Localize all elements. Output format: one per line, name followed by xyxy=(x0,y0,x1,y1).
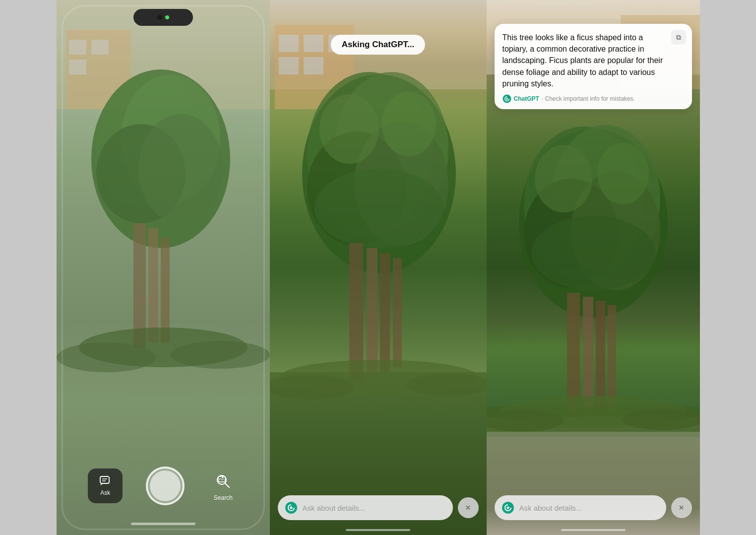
shutter-inner xyxy=(150,470,181,501)
svg-point-47 xyxy=(290,507,292,509)
svg-rect-40 xyxy=(380,253,390,372)
svg-point-14 xyxy=(57,342,156,372)
svg-rect-16 xyxy=(100,476,109,483)
svg-point-9 xyxy=(138,114,223,223)
phone2-home-indicator xyxy=(346,529,410,531)
svg-rect-28 xyxy=(279,57,299,74)
svg-point-36 xyxy=(319,94,379,164)
svg-point-75 xyxy=(506,507,509,509)
svg-point-59 xyxy=(531,216,655,290)
chatgpt-source-label: ChatGPT xyxy=(514,95,539,102)
ask-input[interactable]: Ask about details... xyxy=(278,495,453,520)
ask-placeholder-phone3: Ask about details... xyxy=(519,504,582,512)
search-icon-wrap xyxy=(212,470,234,492)
svg-point-70 xyxy=(622,409,700,430)
search-label: Search xyxy=(214,494,233,501)
phone1: Ask Search xyxy=(57,0,270,535)
phone3-bottom-bar: Ask about details... × xyxy=(487,495,700,520)
phone3-home-indicator xyxy=(561,529,626,531)
svg-rect-39 xyxy=(367,248,378,377)
copy-icon: ⧉ xyxy=(676,33,681,42)
chatgpt-logo-icon-phone3 xyxy=(502,501,514,514)
shutter-button[interactable] xyxy=(146,467,185,505)
chatgpt-logo-icon xyxy=(285,501,298,514)
phone1-controls: Ask Search xyxy=(57,467,270,505)
svg-rect-2 xyxy=(69,40,86,55)
ask-button[interactable]: Ask xyxy=(88,468,123,503)
tree-image-phone2 xyxy=(270,0,487,535)
close-button-phone3[interactable]: × xyxy=(671,497,692,518)
svg-point-45 xyxy=(406,373,487,396)
svg-line-20 xyxy=(225,483,229,487)
response-footer: ChatGPT · Check important info for mista… xyxy=(503,94,684,103)
ask-input-phone3[interactable]: Ask about details... xyxy=(495,495,666,520)
asking-text: Asking ChatGPT... xyxy=(342,40,414,49)
chat-icon xyxy=(99,475,111,487)
tree-image-phone1 xyxy=(57,0,270,535)
svg-rect-4 xyxy=(69,60,86,74)
asking-chatgpt-badge: Asking ChatGPT... xyxy=(331,35,425,55)
svg-point-35 xyxy=(315,169,443,248)
phone1-notch xyxy=(133,9,193,26)
svg-point-37 xyxy=(381,92,436,156)
notch-indicator xyxy=(165,15,169,19)
svg-rect-41 xyxy=(393,258,402,367)
svg-point-73 xyxy=(506,98,508,100)
svg-point-60 xyxy=(535,145,592,212)
close-icon: × xyxy=(465,503,471,513)
svg-rect-25 xyxy=(279,35,299,52)
close-icon-phone3: × xyxy=(679,503,684,513)
svg-point-61 xyxy=(597,143,649,204)
ask-label: Ask xyxy=(100,489,110,496)
phone2-bottom-bar: Ask about details... × xyxy=(270,495,487,520)
svg-rect-11 xyxy=(148,228,158,342)
svg-point-22 xyxy=(222,477,223,478)
svg-rect-12 xyxy=(161,238,170,342)
close-button[interactable]: × xyxy=(458,497,479,518)
phone3: ⧉ This tree looks like a ficus shaped in… xyxy=(487,0,700,535)
svg-point-15 xyxy=(171,341,270,369)
phone2: Asking ChatGPT... Ask about details... × xyxy=(270,0,487,535)
copy-button[interactable]: ⧉ xyxy=(671,30,686,45)
phone1-home-indicator xyxy=(131,523,195,525)
disclaimer-text: · Check important info for mistakes. xyxy=(542,95,635,102)
response-card: ⧉ This tree looks like a ficus shaped in… xyxy=(495,24,692,109)
notch-camera xyxy=(157,15,162,20)
svg-rect-65 xyxy=(608,305,616,412)
phone-showcase: Ask Search xyxy=(0,0,756,535)
response-body-text: This tree looks like a ficus shaped into… xyxy=(503,32,684,89)
search-icon xyxy=(214,472,232,490)
search-button[interactable]: Search xyxy=(208,467,238,505)
svg-rect-29 xyxy=(304,57,323,74)
chatgpt-footer-logo xyxy=(503,94,511,103)
svg-rect-26 xyxy=(304,35,323,52)
svg-rect-71 xyxy=(487,437,700,535)
svg-rect-3 xyxy=(91,40,109,55)
ask-placeholder-text: Ask about details... xyxy=(303,504,366,512)
